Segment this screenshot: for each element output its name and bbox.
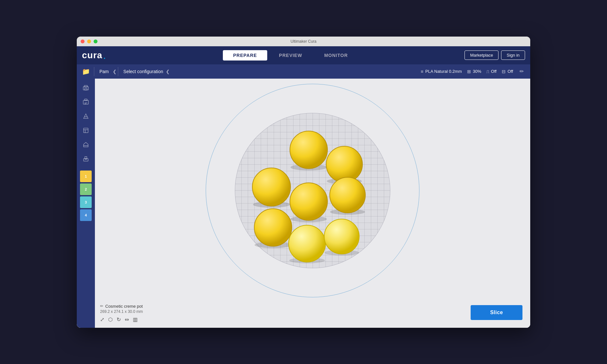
- logo: cura .: [82, 50, 106, 61]
- sidebar-icon-4[interactable]: [79, 124, 92, 137]
- file-section: 📁: [79, 66, 93, 77]
- adhesion-icon: ⊟: [502, 69, 506, 74]
- object-name-row: ✏ Cosmetic creme pot: [100, 304, 143, 309]
- edit-object-icon: ✏: [100, 304, 103, 308]
- printer-name: Pam: [96, 68, 113, 75]
- material-setting: ≡ PLA Natural 0.2mm: [421, 69, 462, 74]
- adhesion-setting: ⊟ Off: [502, 69, 513, 74]
- svg-rect-3: [83, 100, 88, 104]
- object-label-2: 2: [85, 187, 87, 191]
- viewport[interactable]: ✏ Cosmetic creme pot 269.2 x 274.1 x 30.…: [95, 79, 530, 328]
- tab-preview[interactable]: PREVIEW: [269, 50, 313, 61]
- folder-icon[interactable]: 📁: [82, 68, 90, 75]
- object-label-3: 3: [85, 200, 87, 204]
- svg-rect-8: [84, 128, 88, 133]
- marketplace-button[interactable]: Marketplace: [464, 50, 498, 60]
- transform-tools: ⤢ ⬡ ↻ ⇔ ▥: [100, 316, 143, 323]
- mirror-tool-icon[interactable]: ⇔: [125, 316, 129, 323]
- config-chevron[interactable]: ❮: [166, 69, 170, 74]
- bottom-info: ✏ Cosmetic creme pot 269.2 x 274.1 x 30.…: [100, 304, 143, 323]
- navbar: cura . PREPARE PREVIEW MONITOR Marketpla…: [77, 46, 530, 64]
- rotate-tool-icon[interactable]: ↻: [117, 316, 121, 323]
- support-icon: ⎍: [487, 69, 489, 74]
- svg-rect-4: [85, 99, 87, 101]
- app-window: Ultimaker Cura cura . PREPARE PREVIEW MO…: [77, 37, 530, 328]
- object-thumb-3[interactable]: 3: [80, 196, 92, 208]
- settings-section: ≡ PLA Natural 0.2mm ⊞ 30% ⎍ Off ⊟ Off ✏: [417, 68, 528, 74]
- tab-prepare[interactable]: PREPARE: [223, 50, 268, 61]
- signin-button[interactable]: Sign in: [501, 50, 525, 60]
- object-label-4: 4: [85, 213, 87, 217]
- config-label[interactable]: Select configuration: [123, 69, 163, 74]
- infill-setting: ⊞ 30%: [467, 69, 481, 74]
- svg-point-30: [324, 219, 359, 254]
- toolbar-divider-2: [118, 67, 118, 76]
- svg-point-24: [330, 177, 365, 213]
- sidebar-icon-1[interactable]: [79, 81, 92, 94]
- sidebar-icon-3[interactable]: [79, 110, 92, 123]
- svg-point-20: [252, 168, 291, 206]
- titlebar: Ultimaker Cura: [77, 37, 530, 46]
- object-thumb-4[interactable]: 4: [80, 209, 92, 221]
- object-thumb-2[interactable]: 2: [80, 183, 92, 195]
- discs-layer: [95, 79, 530, 328]
- scale-tool-icon[interactable]: ⬡: [108, 316, 113, 323]
- nav-actions: Marketplace Sign in: [464, 50, 525, 60]
- object-thumb-1[interactable]: 1: [80, 171, 92, 182]
- support-setting: ⎍ Off: [487, 69, 497, 74]
- slice-btn-container: Slice: [471, 305, 522, 320]
- object-label-1: 1: [85, 174, 87, 178]
- adhesion-value[interactable]: Off: [508, 69, 513, 74]
- svg-point-28: [289, 225, 326, 262]
- close-button[interactable]: [81, 39, 85, 43]
- svg-rect-1: [84, 85, 87, 87]
- move-tool-icon[interactable]: ⤢: [100, 316, 104, 323]
- edit-icon[interactable]: ✏: [520, 68, 524, 74]
- object-dimensions: 269.2 x 274.1 x 30.0 mm: [100, 309, 143, 314]
- sidebar-icon-5[interactable]: [79, 138, 92, 151]
- svg-point-16: [290, 131, 327, 169]
- material-value[interactable]: PLA Natural 0.2mm: [425, 69, 462, 74]
- object-name-text: Cosmetic creme pot: [105, 304, 143, 309]
- svg-point-22: [290, 183, 327, 220]
- nav-tabs: PREPARE PREVIEW MONITOR: [116, 50, 464, 61]
- slice-button[interactable]: Slice: [471, 305, 522, 320]
- window-title: Ultimaker Cura: [291, 39, 316, 44]
- main-area: 1 2 3 4: [77, 79, 530, 328]
- toolbar: 📁 Pam ❮ Select configuration ❮ ≡ PLA Nat…: [77, 64, 530, 79]
- material-icon: ≡: [421, 69, 423, 74]
- toolbar-divider-1: [94, 67, 94, 76]
- svg-point-18: [326, 146, 362, 182]
- support-tool-icon[interactable]: ▥: [133, 316, 138, 323]
- config-section: Select configuration ❮: [120, 69, 417, 74]
- sidebar: 1 2 3 4: [77, 79, 95, 328]
- tab-monitor[interactable]: MONITOR: [314, 50, 358, 61]
- sidebar-icon-6[interactable]: [79, 152, 92, 165]
- logo-text: cura: [82, 50, 102, 61]
- minimize-button[interactable]: [87, 39, 91, 43]
- sidebar-icon-2[interactable]: [79, 95, 92, 108]
- infill-icon: ⊞: [467, 69, 471, 74]
- infill-value[interactable]: 30%: [473, 69, 481, 74]
- logo-dot: .: [103, 50, 106, 61]
- support-value[interactable]: Off: [491, 69, 497, 74]
- svg-point-26: [254, 209, 292, 246]
- svg-rect-2: [85, 88, 87, 90]
- maximize-button[interactable]: [94, 39, 97, 43]
- printer-chevron[interactable]: ❮: [113, 69, 117, 74]
